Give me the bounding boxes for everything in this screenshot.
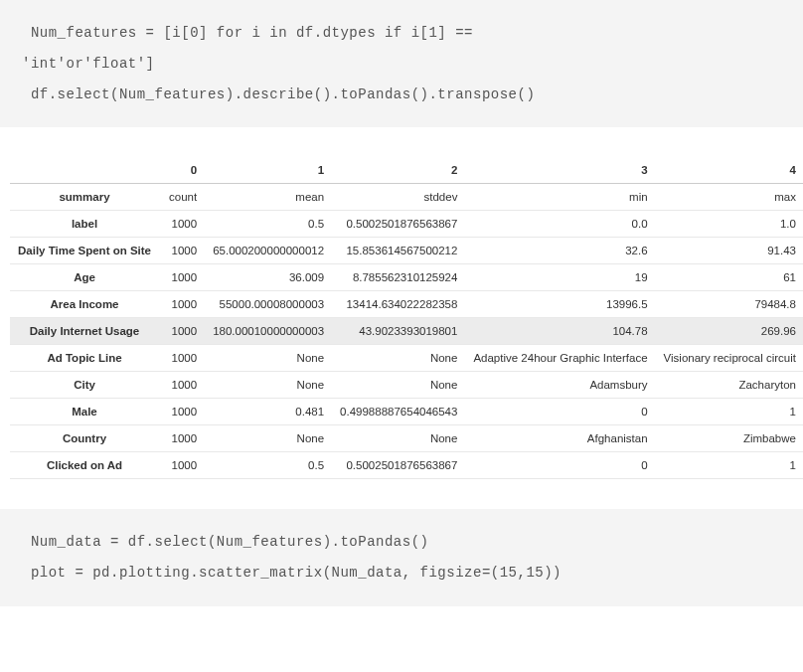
table-cell: Visionary reciprocal circuit xyxy=(656,345,803,372)
table-cell: 1000 xyxy=(161,345,205,372)
header-col: 0 xyxy=(161,157,205,184)
table-cell: 8.785562310125924 xyxy=(332,264,465,291)
row-header: label xyxy=(10,211,161,238)
table-cell: 36.009 xyxy=(205,264,332,291)
row-header: Male xyxy=(10,399,161,425)
header-col: 3 xyxy=(465,157,655,184)
table-cell: 0.481 xyxy=(205,399,332,425)
table-cell: 65.000200000000012 xyxy=(205,238,332,264)
table-cell: 43.9023393019801 xyxy=(332,318,465,345)
row-header: Daily Time Spent on Site xyxy=(10,238,161,264)
table-cell: 1000 xyxy=(161,318,205,345)
table-cell: 0 xyxy=(465,399,655,425)
table-cell: 0.5 xyxy=(205,452,332,479)
table-row: City1000NoneNoneAdamsburyZacharyton xyxy=(10,372,803,399)
table-cell: 1000 xyxy=(161,399,205,425)
describe-output: 0 1 2 3 4 summarycountmeanstddevminmaxla… xyxy=(0,127,803,509)
row-header: Clicked on Ad xyxy=(10,452,161,479)
table-row: Clicked on Ad10000.50.500250187656386701 xyxy=(10,452,803,479)
table-cell: 180.00010000000003 xyxy=(205,318,332,345)
table-cell: 1000 xyxy=(161,452,205,479)
table-row: Area Income100055000.0000800000313414.63… xyxy=(10,291,803,318)
table-cell: None xyxy=(332,372,465,399)
table-cell: stddev xyxy=(332,184,465,211)
table-cell: 1000 xyxy=(161,211,205,238)
table-cell: 104.78 xyxy=(465,318,655,345)
table-row: label10000.50.50025018765638670.01.0 xyxy=(10,211,803,238)
table-cell: None xyxy=(205,425,332,452)
code-block-top: Num_features = [i[0] for i in df.dtypes … xyxy=(0,0,803,127)
table-cell: 1 xyxy=(656,452,803,479)
table-row: Age100036.0098.7855623101259241961 xyxy=(10,264,803,291)
row-header: City xyxy=(10,372,161,399)
table-row: summarycountmeanstddevminmax xyxy=(10,184,803,211)
table-cell: 1.0 xyxy=(656,211,803,238)
table-cell: 32.6 xyxy=(465,238,655,264)
table-cell: Zacharyton xyxy=(656,372,803,399)
table-cell: 61 xyxy=(656,264,803,291)
table-cell: min xyxy=(465,184,655,211)
table-cell: 55000.00008000003 xyxy=(205,291,332,318)
row-header: Country xyxy=(10,425,161,452)
table-cell: 1000 xyxy=(161,238,205,264)
table-cell: 269.96 xyxy=(656,318,803,345)
table-cell: 0.0 xyxy=(465,211,655,238)
table-row: Daily Internet Usage1000180.000100000000… xyxy=(10,318,803,345)
table-cell: 1 xyxy=(656,399,803,425)
table-cell: count xyxy=(161,184,205,211)
table-cell: 1000 xyxy=(161,264,205,291)
table-cell: None xyxy=(332,425,465,452)
table-cell: 0 xyxy=(465,452,655,479)
row-header: summary xyxy=(10,184,161,211)
table-cell: 0.5 xyxy=(205,211,332,238)
header-col: 1 xyxy=(205,157,332,184)
table-cell: Zimbabwe xyxy=(656,425,803,452)
table-cell: None xyxy=(205,345,332,372)
code-block-bottom: Num_data = df.select(Num_features).toPan… xyxy=(0,509,803,606)
table-cell: 0.49988887654046543 xyxy=(332,399,465,425)
header-col: 4 xyxy=(656,157,803,184)
table-cell: None xyxy=(332,345,465,372)
header-blank xyxy=(10,157,161,184)
row-header: Ad Topic Line xyxy=(10,345,161,372)
table-cell: 13996.5 xyxy=(465,291,655,318)
table-cell: 13414.634022282358 xyxy=(332,291,465,318)
table-cell: 0.5002501876563867 xyxy=(332,452,465,479)
table-row: Male10000.4810.4998888765404654301 xyxy=(10,399,803,425)
table-row: Country1000NoneNoneAfghanistanZimbabwe xyxy=(10,425,803,452)
table-cell: None xyxy=(205,372,332,399)
header-col: 2 xyxy=(332,157,465,184)
table-cell: Adamsbury xyxy=(465,372,655,399)
table-cell: 79484.8 xyxy=(656,291,803,318)
table-row: Ad Topic Line1000NoneNoneAdaptive 24hour… xyxy=(10,345,803,372)
table-row: Daily Time Spent on Site100065.000200000… xyxy=(10,238,803,264)
table-cell: 15.853614567500212 xyxy=(332,238,465,264)
table-cell: max xyxy=(656,184,803,211)
table-cell: 1000 xyxy=(161,291,205,318)
describe-table: 0 1 2 3 4 summarycountmeanstddevminmaxla… xyxy=(10,157,803,479)
row-header: Age xyxy=(10,264,161,291)
table-cell: 91.43 xyxy=(656,238,803,264)
table-cell: Adaptive 24hour Graphic Interface xyxy=(465,345,655,372)
table-cell: 1000 xyxy=(161,372,205,399)
table-cell: 19 xyxy=(465,264,655,291)
table-cell: 0.5002501876563867 xyxy=(332,211,465,238)
row-header: Daily Internet Usage xyxy=(10,318,161,345)
table-cell: Afghanistan xyxy=(465,425,655,452)
row-header: Area Income xyxy=(10,291,161,318)
table-header-row: 0 1 2 3 4 xyxy=(10,157,803,184)
table-cell: mean xyxy=(205,184,332,211)
table-cell: 1000 xyxy=(161,425,205,452)
